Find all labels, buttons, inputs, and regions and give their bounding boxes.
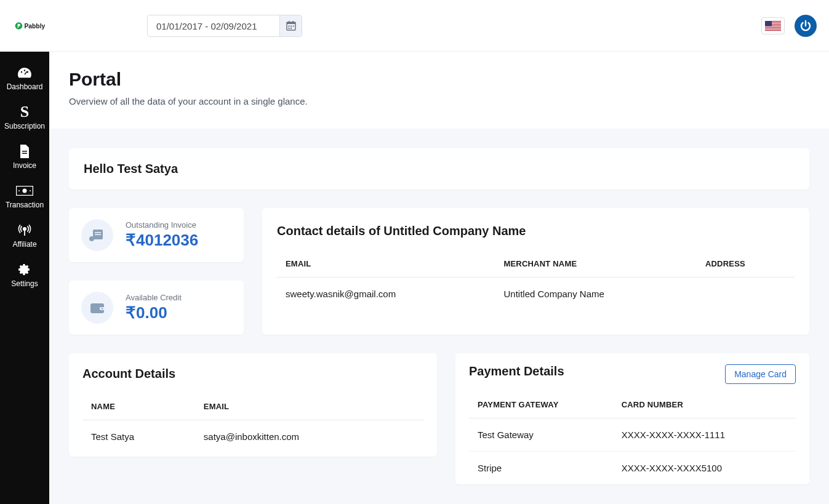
- svg-rect-4: [289, 21, 290, 23]
- svg-rect-3: [287, 22, 295, 24]
- payment-details-card: Payment Details Manage Card PAYMENT GATE…: [455, 353, 809, 484]
- sidebar-item-label: Affiliate: [12, 240, 36, 249]
- svg-text:Pabbly: Pabbly: [24, 22, 45, 29]
- table-row: Stripe XXXX-XXXX-XXXX5100: [469, 452, 796, 485]
- column-header: PAYMENT GATEWAY: [469, 393, 613, 418]
- column-header: CARD NUMBER: [613, 393, 796, 418]
- page-header: Portal Overview of all the data of your …: [49, 52, 829, 129]
- svg-rect-22: [22, 151, 27, 152]
- svg-point-19: [21, 71, 22, 73]
- gear-icon: [18, 262, 31, 277]
- main: Portal Overview of all the data of your …: [49, 52, 829, 504]
- account-details-card: Account Details NAME EMAIL Test Satya sa…: [69, 353, 437, 457]
- topbar: Pabbly: [0, 0, 829, 52]
- svg-rect-17: [765, 29, 781, 30]
- svg-point-27: [30, 190, 31, 191]
- sidebar-item-label: Subscription: [4, 122, 45, 130]
- cell-address: [697, 278, 795, 311]
- power-button[interactable]: [795, 15, 817, 37]
- calendar-button[interactable]: [279, 15, 302, 36]
- available-credit-card: Available Credit ₹0.00: [69, 281, 244, 335]
- greeting-card: Hello Test Satya: [69, 148, 809, 190]
- sidebar-item-transaction[interactable]: Transaction: [0, 177, 49, 217]
- cell-card: XXXX-XXXX-XXXX-1111: [613, 418, 796, 452]
- flag-us-icon: [765, 21, 781, 31]
- svg-rect-32: [95, 234, 101, 236]
- svg-rect-7: [290, 26, 292, 27]
- metric-label: Available Credit: [126, 293, 182, 302]
- brand-logo: Pabbly: [15, 20, 50, 32]
- cell-gateway: Stripe: [469, 452, 613, 485]
- column-header: EMAIL: [277, 252, 495, 278]
- page-title: Portal: [69, 69, 809, 90]
- metric-value: ₹0.00: [126, 303, 182, 322]
- metric-label: Outstanding Invoice: [126, 220, 198, 230]
- sidebar-item-dashboard[interactable]: Dashboard: [0, 59, 49, 98]
- svg-rect-10: [290, 28, 292, 29]
- subscription-icon: S: [20, 105, 29, 119]
- sidebar: Dashboard S Subscription Invoice Transac…: [0, 52, 49, 504]
- broadcast-icon: [18, 223, 31, 238]
- sidebar-item-label: Dashboard: [7, 82, 43, 91]
- cell-email: sweety.wasnik@gmail.com: [277, 278, 495, 311]
- cell-merchant: Untitled Company Name: [495, 278, 696, 311]
- sidebar-item-label: Invoice: [13, 161, 36, 170]
- card-title: Account Details: [82, 367, 423, 381]
- account-table: NAME EMAIL Test Satya satya@inboxkitten.…: [82, 394, 423, 453]
- svg-rect-15: [765, 26, 781, 26]
- svg-rect-9: [288, 28, 289, 29]
- cell-email: satya@inboxkitten.com: [195, 420, 423, 454]
- svg-rect-23: [22, 153, 27, 154]
- svg-rect-31: [95, 232, 101, 233]
- outstanding-invoice-card: Outstanding Invoice ₹4012036: [69, 208, 244, 262]
- manage-card-button[interactable]: Manage Card: [725, 364, 796, 384]
- sidebar-item-settings[interactable]: Settings: [0, 256, 49, 295]
- gauge-icon: [17, 65, 33, 80]
- svg-point-21: [24, 70, 25, 71]
- table-row: Test Satya satya@inboxkitten.com: [82, 420, 423, 454]
- column-header: EMAIL: [195, 394, 423, 420]
- svg-rect-5: [292, 21, 294, 23]
- svg-rect-6: [288, 26, 289, 27]
- invoice-scroll-icon: [81, 219, 113, 251]
- cell-gateway: Test Gateway: [469, 418, 613, 452]
- metric-value: ₹4012036: [126, 231, 198, 250]
- money-icon: [16, 183, 33, 198]
- card-title: Payment Details: [469, 364, 564, 378]
- contact-details-card: Contact details of Untitled Company Name…: [262, 208, 809, 335]
- power-icon: [799, 20, 812, 32]
- cell-card: XXXX-XXXX-XXXX5100: [613, 452, 796, 485]
- contact-table: EMAIL MERCHANT NAME ADDRESS sweety.wasni…: [277, 252, 795, 310]
- column-header: NAME: [82, 394, 195, 420]
- svg-point-25: [23, 189, 27, 193]
- sidebar-item-label: Settings: [11, 279, 38, 288]
- sidebar-item-affiliate[interactable]: Affiliate: [0, 217, 49, 256]
- cell-name: Test Satya: [82, 420, 195, 454]
- sidebar-item-label: Transaction: [6, 201, 44, 209]
- svg-point-35: [102, 308, 103, 310]
- svg-rect-8: [292, 26, 294, 27]
- page-subtitle: Overview of all the data of your account…: [69, 96, 809, 106]
- date-range-input[interactable]: [148, 15, 279, 36]
- file-icon: [19, 144, 30, 159]
- column-header: MERCHANT NAME: [495, 252, 696, 278]
- svg-point-26: [18, 190, 20, 191]
- date-range-picker[interactable]: [147, 15, 302, 37]
- column-header: ADDRESS: [697, 252, 795, 278]
- language-flag-button[interactable]: [761, 17, 785, 34]
- payment-table: PAYMENT GATEWAY CARD NUMBER Test Gateway…: [469, 393, 796, 484]
- table-row: sweety.wasnik@gmail.com Untitled Company…: [277, 278, 795, 311]
- svg-rect-18: [765, 21, 772, 26]
- svg-point-28: [23, 228, 26, 230]
- table-row: Test Gateway XXXX-XXXX-XXXX-1111: [469, 418, 796, 452]
- svg-point-30: [89, 236, 94, 241]
- sidebar-item-subscription[interactable]: S Subscription: [0, 98, 49, 138]
- card-title: Contact details of Untitled Company Name: [277, 224, 795, 238]
- wallet-icon: [81, 292, 113, 324]
- sidebar-item-invoice[interactable]: Invoice: [0, 138, 49, 177]
- svg-rect-16: [765, 28, 781, 28]
- calendar-icon: [286, 21, 296, 31]
